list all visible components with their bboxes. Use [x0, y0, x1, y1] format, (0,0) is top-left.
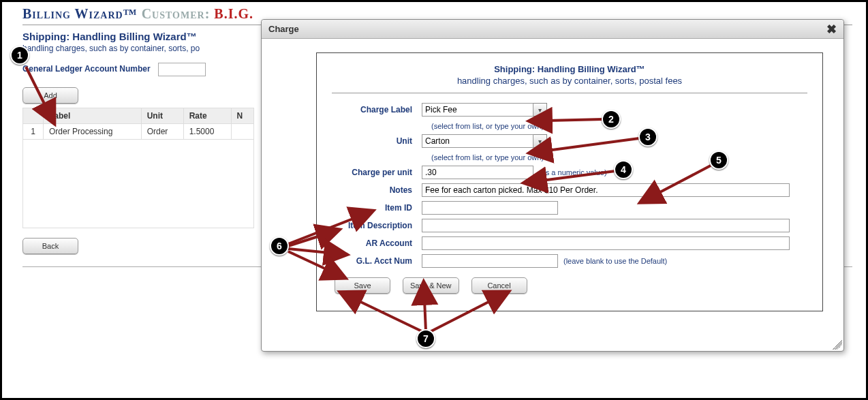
row-charge-per-unit: Charge per unit (as a numeric value) [332, 166, 807, 179]
row-item-desc: Item Description [332, 219, 807, 232]
resize-handle-icon[interactable] [833, 340, 842, 350]
col-blank [23, 108, 44, 124]
gl-input[interactable] [158, 63, 206, 76]
unit-combo [422, 134, 547, 148]
row-gl-acct: G.L. Acct Num (leave blank to use the De… [332, 254, 807, 268]
hint-charge-label: (select from list, or type your own) [431, 121, 807, 134]
gl-acct-input[interactable] [422, 254, 558, 268]
cancel-button[interactable]: Cancel [471, 277, 527, 294]
cell-rate: 1.5000 [183, 124, 231, 140]
label-unit: Unit [332, 136, 422, 146]
charge-per-unit-input[interactable] [422, 166, 533, 179]
charge-label-combo [422, 103, 547, 117]
col-unit: Unit [141, 108, 183, 124]
notes-input[interactable] [422, 183, 790, 197]
label-gl-acct: G.L. Acct Num [332, 256, 422, 266]
dialog-header[interactable]: Charge ✖ [262, 20, 843, 39]
row-ar-account: AR Account [332, 236, 807, 250]
item-desc-input[interactable] [422, 219, 790, 232]
label-charge-label: Charge Label [332, 105, 422, 114]
label-item-id: Item ID [332, 203, 422, 213]
charges-table: Label Unit Rate N 1 Order Processing Ord… [22, 108, 254, 140]
customer-name: B.I.G. [214, 6, 253, 21]
ar-account-input[interactable] [422, 236, 790, 250]
back-button[interactable]: Back [22, 238, 78, 254]
save-new-button[interactable]: Save & New [403, 277, 459, 294]
row-charge-label: Charge Label [332, 103, 807, 117]
table-row[interactable]: 1 Order Processing Order 1.5000 [23, 124, 254, 140]
label-charge-per-unit: Charge per unit [332, 168, 422, 177]
row-notes: Notes [332, 183, 807, 197]
table-header-row: Label Unit Rate N [23, 108, 254, 124]
dialog-body: Shipping: Handling Billing Wizard™ handl… [262, 39, 843, 325]
hint-numeric: (as a numeric value) [539, 168, 607, 176]
dialog-frame: Shipping: Handling Billing Wizard™ handl… [316, 52, 823, 311]
customer-label: Customer: [142, 6, 211, 21]
cell-label: Order Processing [44, 124, 142, 140]
unit-input[interactable] [422, 134, 533, 148]
cell-notes [231, 124, 253, 140]
charge-label-input[interactable] [422, 103, 533, 117]
dialog-title: Charge [268, 24, 299, 34]
dialog-button-row: Save Save & New Cancel [335, 277, 807, 294]
cell-id: 1 [23, 124, 44, 140]
chevron-down-icon[interactable] [533, 103, 547, 117]
row-unit: Unit [332, 134, 807, 148]
table-empty-area [22, 140, 254, 228]
add-button[interactable]: Add [22, 87, 78, 104]
chevron-down-icon[interactable] [533, 134, 547, 148]
save-button[interactable]: Save [335, 277, 390, 294]
label-ar-account: AR Account [332, 239, 422, 248]
label-item-desc: Item Description [332, 221, 422, 230]
close-icon[interactable]: ✖ [826, 23, 837, 35]
row-item-id: Item ID [332, 201, 807, 215]
charge-dialog: Charge ✖ Shipping: Handling Billing Wiza… [261, 19, 844, 352]
dialog-heading: Shipping: Handling Billing Wizard™ [332, 64, 807, 74]
hint-unit: (select from list, or type your own) [431, 152, 807, 166]
gl-label: General Ledger Account Number [22, 64, 151, 74]
label-notes: Notes [332, 185, 422, 195]
app-title: Billing Wizard™ [22, 6, 138, 21]
dialog-divider [332, 93, 807, 93]
col-notes: N [231, 108, 253, 124]
hint-gl-default: (leave blank to use the Default) [563, 257, 667, 265]
col-rate: Rate [183, 108, 231, 124]
cell-unit: Order [141, 124, 183, 140]
dialog-subheading: handling charges, such as by container, … [332, 76, 807, 86]
col-label: Label [44, 108, 142, 124]
item-id-input[interactable] [422, 201, 558, 215]
